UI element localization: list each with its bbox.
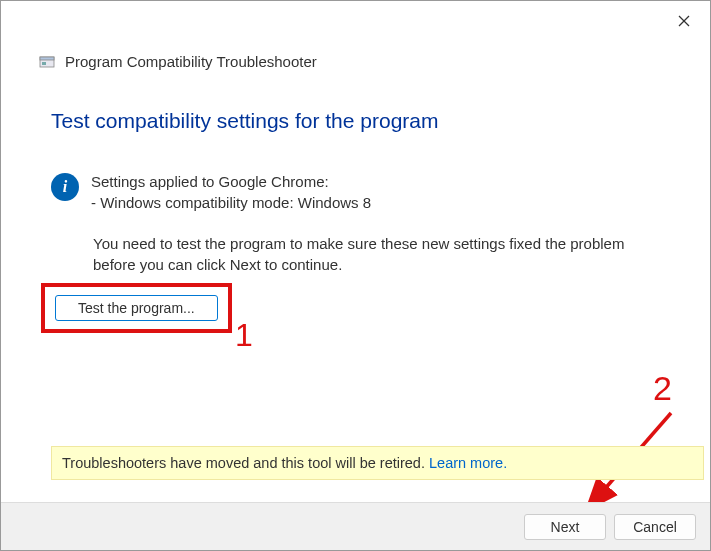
annotation-label-2: 2 <box>653 369 672 408</box>
info-section: i Settings applied to Google Chrome: - W… <box>51 171 371 213</box>
instruction-text: You need to test the program to make sur… <box>93 233 670 275</box>
svg-rect-4 <box>42 62 46 65</box>
cancel-button[interactable]: Cancel <box>614 514 696 540</box>
notice-bar: Troubleshooters have moved and this tool… <box>51 446 704 480</box>
info-text: Settings applied to Google Chrome: - Win… <box>91 171 371 213</box>
compatibility-mode-line: - Windows compatibility mode: Windows 8 <box>91 192 371 213</box>
footer: Next Cancel <box>1 502 710 550</box>
svg-rect-3 <box>40 57 54 60</box>
close-icon <box>678 15 690 27</box>
test-program-button[interactable]: Test the program... <box>55 295 218 321</box>
annotation-box-1: Test the program... <box>41 283 232 333</box>
notice-text: Troubleshooters have moved and this tool… <box>62 455 429 471</box>
app-icon <box>39 54 55 70</box>
info-icon: i <box>51 173 79 201</box>
settings-applied-line: Settings applied to Google Chrome: <box>91 171 371 192</box>
page-heading: Test compatibility settings for the prog… <box>51 109 439 133</box>
next-button[interactable]: Next <box>524 514 606 540</box>
window-header: Program Compatibility Troubleshooter <box>39 53 317 70</box>
close-button[interactable] <box>672 9 696 33</box>
window-title: Program Compatibility Troubleshooter <box>65 53 317 70</box>
annotation-label-1: 1 <box>235 317 253 354</box>
learn-more-link[interactable]: Learn more. <box>429 455 507 471</box>
